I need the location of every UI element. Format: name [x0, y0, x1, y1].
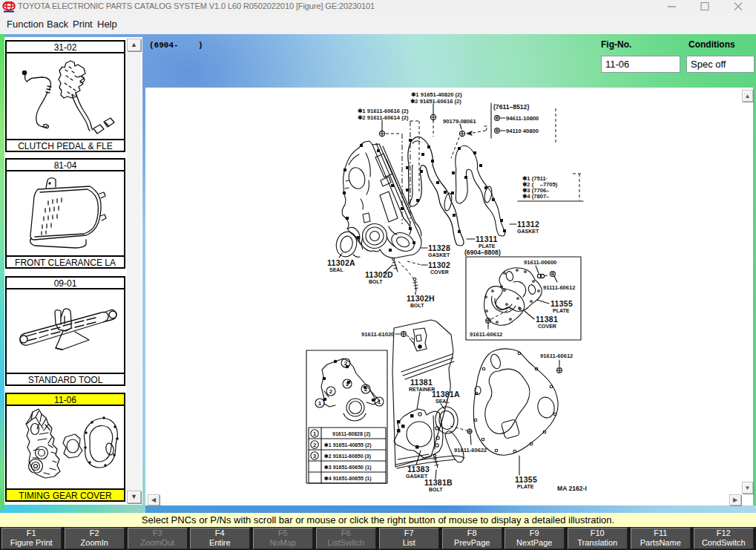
svg-text:11355: 11355	[515, 475, 537, 484]
svg-text:✱2 91611-60614 (2): ✱2 91611-60614 (2)	[358, 114, 409, 121]
svg-text:91611-60828 (2): 91611-60828 (2)	[332, 431, 370, 437]
svg-text:BOLT: BOLT	[410, 303, 424, 308]
svg-text:1: 1	[318, 400, 322, 407]
svg-text:(6904–8808): (6904–8808)	[464, 249, 501, 256]
svg-text:BOLT: BOLT	[369, 279, 383, 284]
svg-text:PLATE: PLATE	[479, 243, 496, 249]
svg-text:✱1 91651-40820 (2): ✱1 91651-40820 (2)	[411, 91, 462, 98]
svg-text:91611-60612: 91611-60612	[470, 331, 502, 338]
svg-text:11381: 11381	[410, 378, 433, 387]
svg-text:94611-10800: 94611-10800	[506, 115, 539, 122]
svg-text:11383: 11383	[407, 465, 430, 474]
svg-text:SEAL: SEAL	[435, 399, 450, 404]
svg-text:1: 1	[313, 430, 316, 437]
svg-text:✱2 91651-60616 (2): ✱2 91651-60616 (2)	[410, 98, 461, 105]
svg-text:11312: 11312	[517, 220, 539, 229]
svg-text:94110 40800: 94110 40800	[506, 128, 539, 134]
svg-text:✱2 91611-60650 (3): ✱2 91611-60650 (3)	[324, 454, 371, 459]
svg-text:GASKET: GASKET	[517, 229, 539, 234]
svg-text:MA 2162-I: MA 2162-I	[557, 485, 587, 492]
svg-text:PLATE: PLATE	[553, 308, 570, 313]
svg-text:11302D: 11302D	[365, 270, 393, 279]
svg-text:91611-60622: 91611-60622	[454, 447, 487, 454]
svg-text:2: 2	[313, 442, 316, 448]
svg-text:91611-61020: 91611-61020	[361, 331, 394, 338]
svg-text:✱3 91651-60650 (1): ✱3 91651-60650 (1)	[324, 465, 371, 471]
svg-text:✱1 91651-40855 (2): ✱1 91651-40855 (2)	[324, 442, 371, 448]
svg-text:11302: 11302	[428, 261, 450, 269]
svg-text:2: 2	[364, 386, 368, 393]
svg-text:11381B: 11381B	[424, 478, 453, 487]
svg-text:COVER: COVER	[430, 269, 449, 275]
svg-text:11355: 11355	[550, 299, 573, 308]
svg-text:11302A: 11302A	[327, 258, 355, 267]
svg-text:2: 2	[329, 388, 333, 395]
svg-text:SEAL: SEAL	[329, 267, 344, 272]
svg-text:91611-60612: 91611-60612	[540, 353, 573, 359]
svg-text:RETAINER: RETAINER	[409, 387, 435, 392]
svg-text:11381: 11381	[536, 315, 558, 324]
svg-text:11302H: 11302H	[407, 294, 435, 303]
svg-text:3: 3	[313, 453, 316, 459]
svg-text:✱1 91611-60616 (2): ✱1 91611-60616 (2)	[358, 108, 409, 114]
svg-text:2: 2	[344, 360, 348, 367]
svg-text:BOLT: BOLT	[429, 487, 443, 492]
svg-text:COVER: COVER	[538, 324, 556, 329]
svg-text:91611-00600: 91611-00600	[524, 259, 556, 266]
svg-text:GASKET: GASKET	[428, 252, 450, 258]
svg-text:(7611–8512): (7611–8512)	[493, 103, 529, 111]
svg-text:11311: 11311	[476, 235, 498, 243]
svg-text:✱4 91651-60655 (1): ✱4 91651-60655 (1)	[324, 476, 371, 482]
svg-text:91111-60612: 91111-60612	[543, 284, 576, 291]
svg-text:11381A: 11381A	[432, 390, 460, 399]
svg-text:✱4 (7807–: ✱4 (7807–	[522, 193, 549, 200]
svg-text:11328: 11328	[428, 243, 450, 252]
svg-text:1: 1	[378, 399, 381, 405]
svg-text:PLATE: PLATE	[517, 484, 534, 489]
svg-text:3: 3	[346, 381, 349, 387]
